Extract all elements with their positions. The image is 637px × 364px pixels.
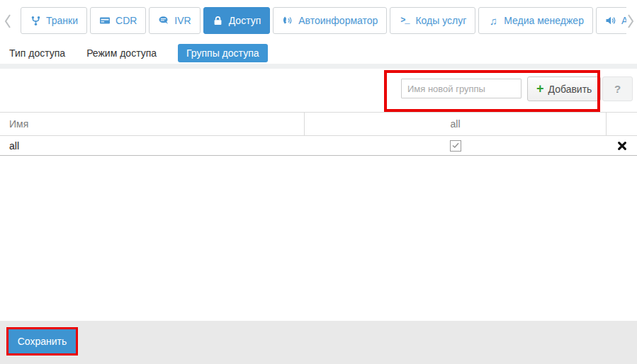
- tab-label: CDR: [115, 15, 137, 26]
- subtab-access-groups[interactable]: Группы доступа: [178, 44, 267, 62]
- add-group-label: Добавить: [548, 84, 592, 95]
- chevron-left-icon: [4, 13, 12, 30]
- subtab-access-mode[interactable]: Режим доступа: [86, 47, 157, 59]
- subnav-divider: [0, 64, 637, 69]
- main-tabbar: ТранкиCDRIVRДоступАвтоинформатор>_Коды у…: [0, 7, 637, 34]
- access-subnav: Тип доступаРежим доступаГруппы доступа: [0, 41, 637, 69]
- card-icon: [99, 15, 111, 26]
- tab-label: IVR: [174, 15, 191, 26]
- tabs-scroll-left-button[interactable]: [2, 13, 13, 30]
- lock-icon: [213, 15, 224, 26]
- phone-icon: [282, 15, 293, 26]
- column-header-name: Имя: [0, 113, 305, 135]
- access-subtabs: Тип доступаРежим доступаГруппы доступа: [9, 41, 268, 64]
- group-name-cell: all: [0, 140, 305, 152]
- tab-media-manager[interactable]: ♫Медиа менеджер: [478, 7, 593, 34]
- tabs-scroll-right-button[interactable]: [625, 13, 636, 30]
- tab-label: Коды услуг: [415, 15, 466, 26]
- group-membership-cell: [305, 140, 607, 152]
- check-icon: [452, 142, 459, 149]
- subtab-access-type[interactable]: Тип доступа: [9, 47, 65, 59]
- footer-bar: Сохранить: [0, 321, 637, 364]
- tab-label: Доступ: [229, 15, 261, 26]
- tab-ivr[interactable]: IVR: [149, 7, 200, 34]
- tab-trunks[interactable]: Транки: [21, 7, 87, 34]
- chat-icon: [158, 15, 169, 26]
- table-body: all: [0, 136, 637, 156]
- tab-cdr[interactable]: CDR: [90, 7, 146, 34]
- access-groups-table: Имя all all: [0, 112, 637, 156]
- speaker-icon: [605, 15, 616, 26]
- row-actions-cell: [607, 141, 637, 151]
- table-header-row: Имя all: [0, 112, 637, 136]
- tab-service-codes[interactable]: >_Коды услуг: [390, 7, 475, 34]
- tab-label: Автоинформатор: [298, 15, 378, 26]
- chevron-right-icon: [626, 13, 635, 30]
- table-row: all: [0, 136, 637, 156]
- access-groups-page: ТранкиCDRIVRДоступАвтоинформатор>_Коды у…: [0, 0, 637, 364]
- tab-label: Медиа менеджер: [504, 15, 584, 26]
- save-button[interactable]: Сохранить: [9, 329, 76, 353]
- help-button[interactable]: ?: [602, 76, 633, 101]
- tab-acoustic[interactable]: Акустическ: [596, 7, 626, 34]
- tab-access[interactable]: Доступ: [203, 7, 271, 34]
- music-icon: ♫: [487, 15, 499, 26]
- delete-row-icon[interactable]: [617, 141, 627, 151]
- add-group-button[interactable]: + Добавить: [527, 76, 601, 101]
- fork-icon: [30, 15, 41, 26]
- tab-autoinformer[interactable]: Автоинформатор: [273, 7, 387, 34]
- annotation-rectangle-save: Сохранить: [6, 327, 78, 356]
- terminal-icon: >_: [399, 15, 410, 26]
- main-tabs: ТранкиCDRIVRДоступАвтоинформатор>_Коды у…: [21, 7, 626, 34]
- plus-icon: +: [536, 82, 544, 95]
- group-membership-checkbox[interactable]: [450, 140, 461, 152]
- new-group-name-input[interactable]: [401, 79, 522, 98]
- column-header-actions: [607, 113, 637, 135]
- column-header-group-all: all: [305, 113, 607, 135]
- tab-label: Транки: [46, 15, 78, 26]
